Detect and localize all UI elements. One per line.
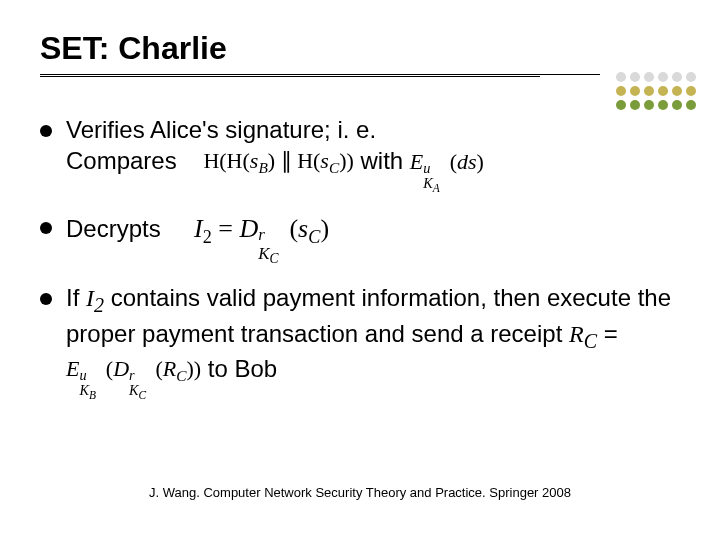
dot-icon bbox=[630, 72, 640, 82]
dot-icon bbox=[686, 86, 696, 96]
slide-title: SET: Charlie bbox=[40, 30, 680, 67]
bullet-item-decrypts: Decrypts I2 = DrKC(sC) bbox=[40, 212, 680, 249]
rule-short bbox=[40, 76, 540, 77]
rule-long bbox=[40, 74, 600, 75]
dot-icon bbox=[686, 72, 696, 82]
bullet-list: Verifies Alice's signature; i. e. Compar… bbox=[40, 115, 680, 386]
var-i2: I bbox=[86, 285, 94, 311]
title-rules bbox=[40, 73, 680, 77]
dot-icon bbox=[658, 86, 668, 96]
compares-label: Compares bbox=[66, 147, 177, 174]
dot-icon bbox=[644, 100, 654, 110]
decoration-dot-grid bbox=[616, 72, 696, 110]
bullet-text: Decrypts bbox=[66, 215, 161, 242]
bullet-continuation: Compares H(H(sB) ∥ H(sC)) with EuKA(ds) bbox=[66, 146, 680, 178]
dot-icon bbox=[644, 86, 654, 96]
dot-icon bbox=[630, 86, 640, 96]
math-receipt: EuKB(DrKC(RC)) bbox=[66, 355, 201, 386]
dot-icon bbox=[616, 100, 626, 110]
dot-icon bbox=[672, 86, 682, 96]
var-rc: RC bbox=[569, 321, 597, 347]
dot-icon bbox=[658, 100, 668, 110]
bullet-text: If I2 contains valid payment information… bbox=[66, 284, 671, 382]
text-if: If bbox=[66, 284, 86, 311]
var-i2-sub: 2 bbox=[94, 294, 104, 316]
math-hash-expression: H(H(sB) ∥ H(sC)) bbox=[203, 147, 353, 178]
math-encrypt-ds: EuKA(ds) bbox=[410, 148, 484, 176]
slide-body: Verifies Alice's signature; i. e. Compar… bbox=[40, 115, 680, 386]
slide: SET: Charlie Verifies Alice's signature;… bbox=[0, 0, 720, 540]
text-eq: = bbox=[597, 320, 618, 347]
slide-footer: J. Wang. Computer Network Security Theor… bbox=[0, 485, 720, 500]
dot-icon bbox=[616, 86, 626, 96]
dot-icon bbox=[630, 100, 640, 110]
dot-icon bbox=[672, 100, 682, 110]
dot-icon bbox=[644, 72, 654, 82]
bullet-text: Verifies Alice's signature; i. e. bbox=[66, 116, 376, 143]
bullet-item-if-valid: If I2 contains valid payment information… bbox=[40, 283, 680, 386]
math-decrypt-i2: I2 = DrKC(sC) bbox=[194, 212, 329, 249]
dot-icon bbox=[686, 100, 696, 110]
with-label: with bbox=[361, 147, 410, 174]
dot-icon bbox=[672, 72, 682, 82]
text-to-bob: to Bob bbox=[208, 355, 277, 382]
dot-icon bbox=[658, 72, 668, 82]
bullet-item-verify: Verifies Alice's signature; i. e. Compar… bbox=[40, 115, 680, 178]
dot-icon bbox=[616, 72, 626, 82]
